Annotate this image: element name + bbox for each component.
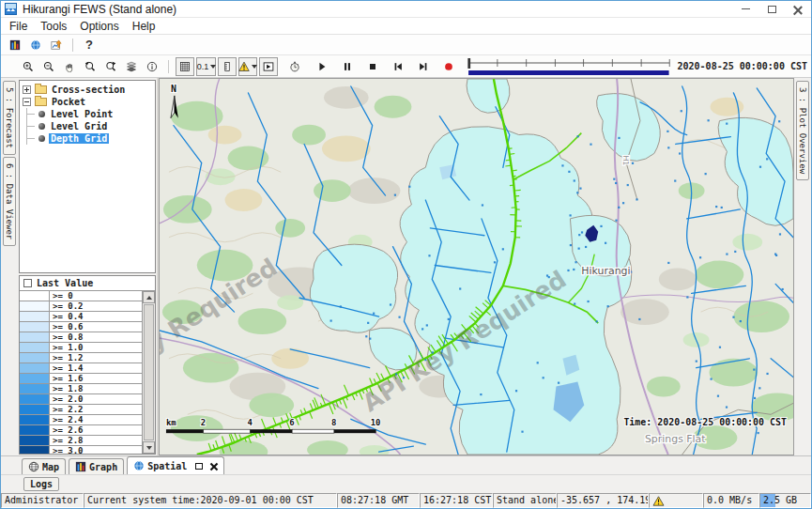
- legend-swatch: [20, 436, 50, 445]
- scroll-up-button[interactable]: [143, 291, 155, 303]
- legend-swatch: [20, 384, 50, 393]
- legend-row: >= 0.2: [20, 301, 142, 312]
- timeline-handle[interactable]: [467, 58, 470, 69]
- ruler-icon: [222, 61, 233, 72]
- menu-bar: File Tools Options Help: [1, 18, 811, 35]
- status-memory: 2.5 GB: [759, 493, 811, 508]
- layer-bullet-icon: [38, 111, 45, 117]
- tab-maximize-icon[interactable]: [195, 463, 203, 470]
- scroll-thumb[interactable]: [144, 304, 154, 440]
- tab-spatial[interactable]: Spatial: [127, 456, 224, 474]
- timeline-slider[interactable]: [467, 56, 672, 77]
- close-button[interactable]: [785, 1, 811, 17]
- legend-value: >= 0.8: [50, 332, 142, 342]
- legend-row: >= 3.0: [20, 446, 142, 454]
- step-back-button[interactable]: [389, 57, 407, 76]
- class-interval-dropdown[interactable]: 0.1: [196, 57, 216, 76]
- warning-icon: [238, 61, 250, 72]
- zoom-in-button[interactable]: [19, 57, 38, 76]
- tree-item-level-point[interactable]: Level Point: [21, 108, 154, 120]
- arrow-up-icon: [146, 296, 152, 300]
- menu-file[interactable]: File: [3, 20, 34, 33]
- pause-button[interactable]: [338, 57, 357, 76]
- road-label: H1: [621, 155, 630, 165]
- play-button[interactable]: [313, 57, 331, 76]
- svg-text:8: 8: [331, 418, 336, 427]
- bottom-tab-bar: Map Graph Spatial: [1, 455, 811, 474]
- minimize-button[interactable]: [732, 1, 758, 17]
- svg-text:10: 10: [371, 418, 381, 427]
- menu-help[interactable]: Help: [126, 20, 162, 33]
- play-box-icon: [263, 61, 274, 72]
- legend-value: >= 2.8: [50, 436, 142, 445]
- maximize-button[interactable]: [758, 1, 785, 17]
- legend-row: >= 0: [20, 291, 142, 301]
- grid-display-button[interactable]: [176, 57, 194, 76]
- toolbar-separator: [72, 39, 73, 52]
- legend-row: >= 2.0: [20, 394, 142, 405]
- legend-row: >= 2.6: [20, 425, 142, 436]
- tree-item-pocket[interactable]: Pocket: [21, 96, 154, 108]
- zoom-previous-button[interactable]: [81, 57, 100, 76]
- pan-button[interactable]: [60, 57, 79, 76]
- help-button[interactable]: ?: [80, 36, 99, 54]
- record-button[interactable]: [439, 57, 458, 76]
- zoom-next-button[interactable]: [101, 57, 120, 76]
- legend-row: >= 0.6: [20, 322, 142, 332]
- last-value-checkbox[interactable]: [23, 279, 32, 287]
- chevron-down-icon: [252, 65, 257, 69]
- legend-scrollbar[interactable]: [142, 291, 155, 454]
- zoom-out-button[interactable]: [39, 57, 58, 76]
- collapse-icon[interactable]: [23, 98, 31, 106]
- warning-icon[interactable]: [652, 496, 665, 506]
- left-tab-strip: 5 : Forecast 6 : Data Viewer: [1, 78, 18, 455]
- stopwatch-icon: [289, 61, 300, 72]
- menu-tools[interactable]: Tools: [34, 20, 73, 33]
- timeseries-dialog-button[interactable]: [47, 36, 66, 54]
- tab-map[interactable]: Map: [22, 458, 66, 474]
- spatial-display-button[interactable]: [26, 36, 45, 54]
- tree-item-label: Pocket: [50, 97, 87, 107]
- legend-swatch: [20, 353, 50, 362]
- menu-options[interactable]: Options: [73, 20, 125, 33]
- logs-button[interactable]: Logs: [23, 477, 59, 491]
- tree-item-cross-section[interactable]: Cross-section: [21, 84, 154, 96]
- globe-icon: [133, 460, 145, 471]
- step-forward-button[interactable]: [414, 57, 433, 76]
- warnings-dropdown[interactable]: [238, 57, 257, 76]
- tab-graph-label: Graph: [89, 462, 117, 472]
- legend-swatch: [20, 415, 50, 424]
- layers-button[interactable]: [122, 57, 141, 76]
- tree-item-depth-grid[interactable]: Depth Grid: [21, 132, 154, 145]
- legend-row: >= 0.4: [20, 312, 142, 322]
- data-viewer-panel: Cross-section Pocket Level Point Level G…: [18, 78, 157, 455]
- scale-ruler-button[interactable]: [218, 57, 237, 76]
- tab-map-label: Map: [42, 462, 59, 472]
- zoom-in-icon: [23, 61, 34, 72]
- tab-data-viewer[interactable]: 6 : Data Viewer: [3, 157, 16, 246]
- info-icon: [146, 61, 158, 72]
- legend-swatch: [20, 312, 50, 321]
- tab-close-icon[interactable]: [209, 462, 218, 470]
- main-toolbar: ?: [1, 35, 811, 55]
- legend-row: >= 1.8: [20, 384, 142, 394]
- folder-icon: [35, 85, 47, 94]
- scroll-down-button[interactable]: [143, 441, 155, 454]
- expand-icon[interactable]: [23, 85, 31, 94]
- legend-swatch: [20, 322, 50, 332]
- database-explorer-button[interactable]: [6, 36, 24, 54]
- tab-plot-overview[interactable]: 3 : Plot Overview: [796, 81, 809, 180]
- last-value-label: Last Value: [37, 278, 93, 288]
- timer-button[interactable]: [285, 57, 304, 76]
- stop-button[interactable]: [363, 57, 382, 76]
- tab-forecast[interactable]: 5 : Forecast: [3, 81, 16, 155]
- map-viewport[interactable]: API Key Required API Key Required Hikura…: [159, 78, 794, 455]
- tab-graph[interactable]: Graph: [69, 458, 124, 474]
- animation-panel-button[interactable]: [259, 57, 278, 76]
- legend-value: >= 0.6: [50, 322, 142, 332]
- info-button[interactable]: [143, 57, 161, 76]
- timeline-datetime: 2020-08-25 00:00:00 CST: [678, 61, 811, 71]
- legend-row: >= 1.0: [20, 343, 142, 353]
- tree-item-level-grid[interactable]: Level Grid: [21, 120, 154, 132]
- svg-text:2: 2: [201, 418, 206, 427]
